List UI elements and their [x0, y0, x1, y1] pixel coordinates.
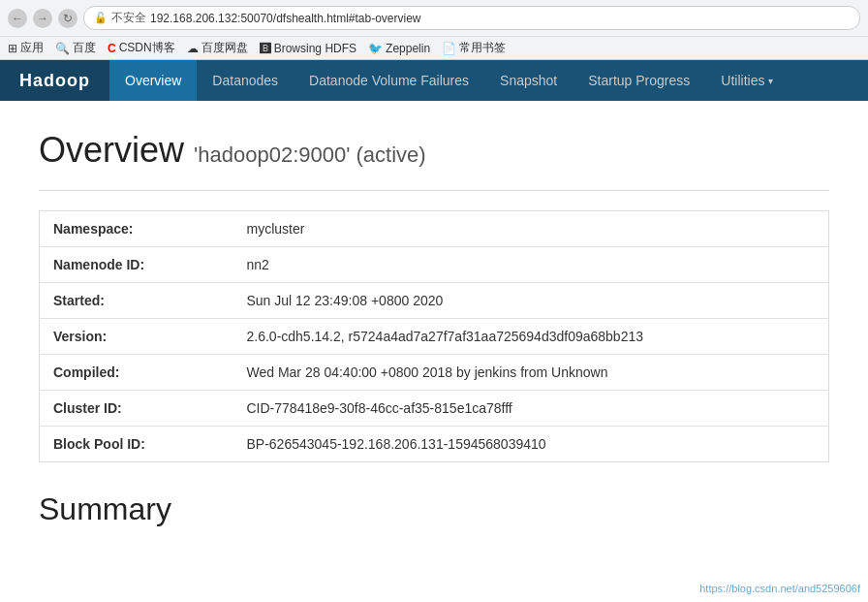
bookmark-hdfs[interactable]: 🅱 Browsing HDFS — [260, 42, 356, 55]
forward-button[interactable]: → — [33, 9, 52, 28]
table-row: Version: 2.6.0-cdh5.14.2, r5724a4ad7a27f… — [40, 319, 829, 355]
value-namespace: mycluster — [233, 211, 829, 247]
bookmark-common-label: 常用书签 — [459, 40, 506, 56]
bookmark-baidupan-label: 百度网盘 — [202, 40, 248, 56]
browser-chrome: ← → ↻ 🔓 不安全 192.168.206.132:50070/dfshea… — [0, 0, 868, 60]
common-icon: 📄 — [442, 42, 456, 55]
label-started: Started: — [40, 283, 233, 319]
main-content: Overview 'hadoop02:9000' (active) Namesp… — [0, 101, 868, 556]
label-cluster-id: Cluster ID: — [40, 391, 233, 427]
overview-subtitle: 'hadoop02:9000' (active) — [194, 143, 426, 167]
nav-utilities-label: Utilities — [721, 73, 764, 88]
label-block-pool-id: Block Pool ID: — [40, 427, 233, 462]
nav-datanode-volume-failures[interactable]: Datanode Volume Failures — [294, 60, 484, 101]
table-row: Compiled: Wed Mar 28 04:40:00 +0800 2018… — [40, 355, 829, 391]
apps-icon: ⊞ — [8, 42, 17, 55]
divider-1 — [39, 190, 829, 191]
nav-snapshot[interactable]: Snapshot — [484, 60, 573, 101]
table-row: Started: Sun Jul 12 23:49:08 +0800 2020 — [40, 283, 829, 319]
label-compiled: Compiled: — [40, 355, 233, 391]
nav-utilities[interactable]: Utilities ▾ — [705, 60, 789, 101]
bookmark-baidu-label: 百度 — [73, 40, 96, 56]
address-bar[interactable]: 🔓 不安全 192.168.206.132:50070/dfshealth.ht… — [83, 6, 860, 30]
page-heading: Overview 'hadoop02:9000' (active) — [39, 130, 829, 171]
baidupan-icon: ☁ — [187, 42, 199, 55]
bookmark-csdn-label: CSDN博客 — [119, 40, 175, 56]
baidu-icon: 🔍 — [55, 42, 70, 55]
table-row: Block Pool ID: BP-626543045-192.168.206.… — [40, 427, 829, 462]
bookmark-zeppelin[interactable]: 🐦 Zeppelin — [368, 42, 430, 55]
table-row: Namespace: mycluster — [40, 211, 829, 247]
table-row: Cluster ID: CID-778418e9-30f8-46cc-af35-… — [40, 391, 829, 427]
security-icon: 🔓 — [94, 12, 108, 24]
value-namenode-id: nn2 — [233, 247, 829, 283]
value-compiled: Wed Mar 28 04:40:00 +0800 2018 by jenkin… — [233, 355, 829, 391]
nav-datanodes[interactable]: Datanodes — [197, 60, 294, 101]
label-version: Version: — [40, 319, 233, 355]
bookmark-apps-label: 应用 — [20, 40, 44, 56]
bookmark-hdfs-label: Browsing HDFS — [274, 42, 356, 55]
bookmark-baidu[interactable]: 🔍 百度 — [55, 40, 96, 56]
label-namenode-id: Namenode ID: — [40, 247, 233, 283]
bookmark-zeppelin-label: Zeppelin — [386, 42, 430, 55]
value-version: 2.6.0-cdh5.14.2, r5724a4ad7a27f7af31aa72… — [233, 319, 829, 355]
hdfs-icon: 🅱 — [260, 42, 271, 55]
value-started: Sun Jul 12 23:49:08 +0800 2020 — [233, 283, 829, 319]
zeppelin-icon: 🐦 — [368, 42, 383, 55]
csdn-icon: C — [108, 42, 116, 55]
navbar-brand: Hadoop — [0, 60, 109, 101]
bookmark-apps[interactable]: ⊞ 应用 — [8, 40, 44, 56]
reload-button[interactable]: ↻ — [58, 9, 78, 28]
bookmark-csdn[interactable]: C CSDN博客 — [108, 40, 175, 56]
nav-overview[interactable]: Overview — [109, 60, 197, 101]
value-block-pool-id: BP-626543045-192.168.206.131-15945680394… — [233, 427, 829, 462]
navbar: Hadoop Overview Datanodes Datanode Volum… — [0, 60, 868, 101]
bookmarks-bar: ⊞ 应用 🔍 百度 C CSDN博客 ☁ 百度网盘 🅱 Browsing HDF… — [0, 36, 868, 59]
label-namespace: Namespace: — [40, 211, 233, 247]
summary-heading: Summary — [39, 491, 829, 527]
nav-startup-progress[interactable]: Startup Progress — [573, 60, 705, 101]
dropdown-arrow-icon: ▾ — [768, 76, 773, 86]
info-table: Namespace: mycluster Namenode ID: nn2 St… — [39, 210, 829, 462]
browser-toolbar: ← → ↻ 🔓 不安全 192.168.206.132:50070/dfshea… — [0, 0, 868, 36]
bookmark-common[interactable]: 📄 常用书签 — [442, 40, 506, 56]
bookmark-baidupan[interactable]: ☁ 百度网盘 — [187, 40, 248, 56]
address-url: 192.168.206.132:50070/dfshealth.html#tab… — [150, 12, 421, 25]
value-cluster-id: CID-778418e9-30f8-46cc-af35-815e1ca78fff — [233, 391, 829, 427]
overview-title: Overview — [39, 130, 184, 170]
address-text: 不安全 — [111, 10, 146, 26]
back-button[interactable]: ← — [8, 9, 27, 28]
table-row: Namenode ID: nn2 — [40, 247, 829, 283]
